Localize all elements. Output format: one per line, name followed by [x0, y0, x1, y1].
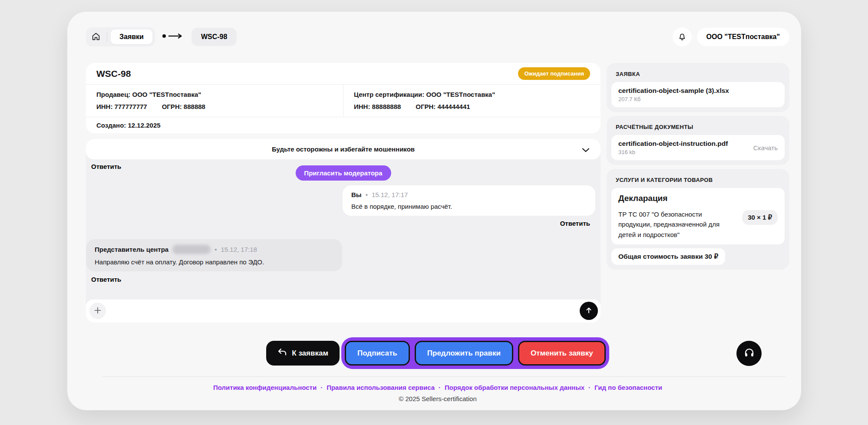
home-icon [91, 32, 101, 43]
chat-top-row: Ответить Пригласить модератора [86, 162, 601, 184]
message-input[interactable] [86, 300, 601, 323]
seller-name: Продавец: ООО "TESTпоставка" [96, 89, 333, 101]
back-to-requests-button[interactable]: К заявкам [266, 341, 340, 366]
blurred-name [172, 245, 211, 254]
fraud-warning-text: Будьте осторожны и избегайте мошенников [272, 145, 415, 153]
bell-icon [677, 32, 687, 43]
reply-button-top[interactable]: Ответить [91, 163, 121, 170]
main-column: WSC-98 Ожидает подписания Продавец: ООО … [86, 63, 601, 323]
service-category: Декларация [618, 194, 778, 203]
primary-actions-group: Подписать Предложить правки Отменить зая… [341, 337, 609, 369]
download-button[interactable]: Скачать [753, 144, 778, 152]
fraud-warning-banner[interactable]: Будьте осторожны и избегайте мошенников [86, 139, 601, 159]
link-terms-of-service[interactable]: Правила использования сервиса [327, 384, 435, 391]
headphones-icon [743, 347, 755, 360]
link-privacy-policy[interactable]: Политика конфиденциальности [213, 384, 317, 391]
invite-moderator-button[interactable]: Пригласить модератора [295, 165, 391, 181]
meta-dot: • [366, 191, 368, 198]
arrow-up-icon [585, 306, 593, 316]
reply-button-center-message[interactable]: Ответить [91, 276, 121, 283]
link-separator: · [439, 384, 441, 391]
seller-registration: ИНН: 777777777ОГРН: 888888 [96, 101, 333, 113]
section-services: УСЛУГИ И КАТЕГОРИИ ТОВАРОВ Декларация ТР… [607, 169, 789, 270]
home-button[interactable] [89, 30, 103, 44]
account-button[interactable]: ООО "TESTпоставка" [697, 28, 789, 46]
link-separator: · [320, 384, 323, 391]
notifications-button[interactable] [673, 27, 692, 46]
chevron-down-icon[interactable] [581, 147, 590, 154]
section-services-title: УСЛУГИ И КАТЕГОРИИ ТОВАРОВ [611, 174, 785, 188]
file-name: certification-object-sample (3).xlsx [618, 87, 778, 95]
section-application: ЗАЯВКА certification-object-sample (3).x… [607, 63, 789, 112]
message-text: Направляю счёт на оплату. Договор направ… [95, 258, 333, 266]
send-button[interactable] [580, 302, 598, 320]
suggest-edits-button[interactable]: Предложить правки [415, 341, 513, 366]
plus-icon [94, 307, 101, 315]
status-badge: Ожидает подписания [518, 67, 590, 80]
order-id: WSC-98 [96, 69, 131, 79]
reply-button-own-message[interactable]: Ответить [560, 220, 590, 227]
order-card: WSC-98 Ожидает подписания Продавец: ООО … [86, 63, 601, 133]
seller-ogrn: ОГРН: 888888 [162, 103, 205, 110]
top-right-group: ООО "TESTпоставка" [673, 27, 789, 46]
sign-button[interactable]: Подписать [345, 341, 410, 366]
service-price: 30 × 1 ₽ [742, 210, 778, 225]
sidebar: ЗАЯВКА certification-object-sample (3).x… [607, 63, 789, 323]
center-ogrn: ОГРН: 444444441 [416, 103, 470, 110]
dot-arrow-icon [162, 33, 185, 41]
service-row: ТР ТС 007 "О безопасности продукции, пре… [618, 209, 778, 240]
center-name: Центр сертификации: ООО "TESTпоставка" [354, 89, 590, 101]
back-button-label: К заявкам [292, 349, 328, 358]
document-file-info: certification-object-instruction.pdf 316… [618, 140, 728, 155]
service-card: Декларация ТР ТС 007 "О безопасности про… [611, 188, 785, 244]
message-author: Представитель центра [95, 246, 168, 253]
link-personal-data[interactable]: Порядок обработки персональных данных [445, 384, 584, 391]
cancel-request-button[interactable]: Отменить заявку [518, 341, 606, 366]
file-size: 207.7 Кб [618, 96, 778, 102]
app-container: Заявки WSC-98 ООО "TESTпоставка" WSC-98 [67, 12, 801, 410]
section-documents: РАСЧЁТНЫЕ ДОКУМЕНТЫ certification-object… [607, 116, 789, 165]
section-application-title: ЗАЯВКА [611, 68, 785, 82]
link-separator: · [588, 384, 591, 391]
order-card-header: WSC-98 Ожидает подписания [86, 63, 601, 85]
breadcrumb-item-current[interactable]: WSC-98 [191, 28, 237, 46]
message-bubble-center: Представитель центра • 15.12, 17:18 Напр… [86, 239, 342, 271]
meta-dot: • [215, 246, 217, 253]
message-author: Вы [351, 191, 362, 198]
content: WSC-98 Ожидает подписания Продавец: ООО … [86, 63, 789, 323]
return-arrow-icon [277, 348, 287, 358]
center-inn: ИНН: 88888888 [354, 103, 401, 110]
top-bar: Заявки WSC-98 ООО "TESTпоставка" [86, 27, 789, 46]
application-file-card[interactable]: certification-object-sample (3).xlsx 207… [611, 82, 785, 107]
copyright: © 2025 Sellers-certification [86, 395, 789, 402]
footer-links: Политика конфиденциальности·Правила испо… [86, 384, 789, 391]
message-text: Всё в порядке, принимаю расчёт. [351, 203, 587, 210]
order-created-date: Создано: 12.12.2025 [86, 117, 601, 133]
message-meta: Вы • 15.12, 17:17 [351, 191, 587, 198]
message-bubble-own: Вы • 15.12, 17:17 Всё в порядке, принима… [343, 185, 595, 216]
section-documents-title: РАСЧЁТНЫЕ ДОКУМЕНТЫ [611, 121, 785, 135]
document-file-card[interactable]: certification-object-instruction.pdf 316… [611, 135, 785, 160]
footer-divider [102, 376, 785, 377]
order-parties: Продавец: ООО "TESTпоставка" ИНН: 777777… [86, 85, 601, 117]
message-meta: Представитель центра • 15.12, 17:18 [95, 245, 333, 254]
total-cost: Общая стоимость заявки 30 ₽ [611, 248, 725, 265]
link-safety-guide[interactable]: Гид по безопасности [594, 384, 662, 391]
chat-panel: Будьте осторожны и избегайте мошенников … [86, 139, 601, 323]
breadcrumb-item-requests[interactable]: Заявки [111, 30, 152, 44]
breadcrumb-group: Заявки [86, 27, 155, 46]
breadcrumb: Заявки WSC-98 [86, 27, 237, 46]
support-button[interactable] [736, 341, 762, 366]
breadcrumb-divider [107, 33, 107, 41]
file-size: 316 kb [618, 149, 728, 155]
seller-inn: ИНН: 777777777 [96, 103, 147, 110]
service-name: ТР ТС 007 "О безопасности продукции, пре… [618, 209, 737, 240]
center-registration: ИНН: 88888888ОГРН: 444444441 [354, 101, 590, 113]
message-time: 15.12, 17:17 [372, 191, 408, 198]
action-bar: К заявкам Подписать Предложить правки От… [86, 337, 789, 369]
seller-info: Продавец: ООО "TESTпоставка" ИНН: 777777… [86, 85, 343, 117]
file-name: certification-object-instruction.pdf [618, 140, 728, 148]
attach-button[interactable] [89, 303, 106, 319]
message-time: 15.12, 17:18 [221, 246, 257, 253]
center-info: Центр сертификации: ООО "TESTпоставка" И… [343, 85, 601, 117]
